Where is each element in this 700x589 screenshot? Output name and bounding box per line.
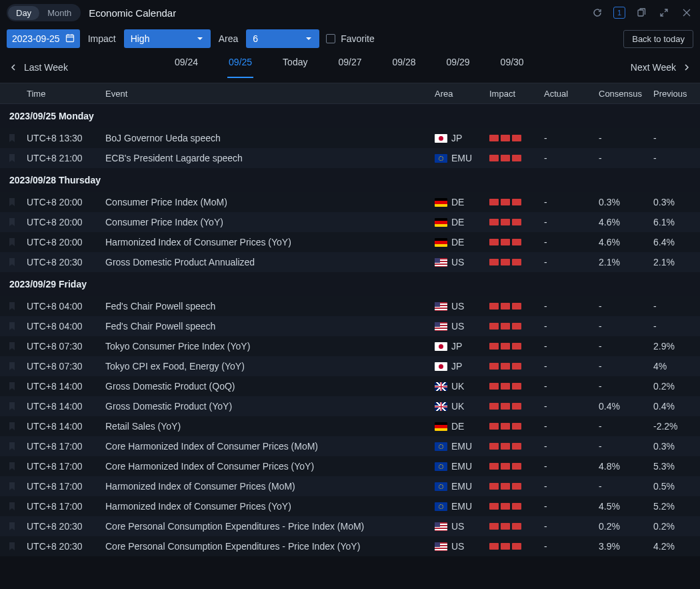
bookmark-icon[interactable] bbox=[0, 362, 24, 371]
flag-icon bbox=[435, 302, 447, 311]
bookmark-icon[interactable] bbox=[0, 257, 24, 267]
area-select[interactable]: 6 bbox=[246, 29, 319, 48]
table-row[interactable]: UTC+8 20:00Consumer Price Index (MoM)DE-… bbox=[0, 192, 700, 212]
table-row[interactable]: UTC+8 20:30Core Personal Consumption Exp… bbox=[0, 536, 700, 556]
bookmark-icon[interactable] bbox=[0, 482, 24, 491]
cell-consensus: - bbox=[599, 361, 653, 372]
day-tab[interactable]: 09/24 bbox=[173, 57, 199, 78]
cell-event: Harmonized Index of Consumer Prices (MoM… bbox=[105, 481, 435, 492]
view-day[interactable]: Day bbox=[8, 6, 39, 20]
bookmark-icon[interactable] bbox=[0, 237, 24, 247]
table-row[interactable]: UTC+8 13:30BoJ Governor Ueda speechJP--- bbox=[0, 128, 700, 148]
bookmark-icon[interactable] bbox=[0, 382, 24, 391]
table-row[interactable]: UTC+8 14:00Gross Domestic Product (YoY)U… bbox=[0, 396, 700, 416]
cell-time: UTC+8 20:00 bbox=[24, 197, 105, 207]
bookmark-icon[interactable] bbox=[0, 217, 24, 227]
flag-icon bbox=[435, 258, 447, 267]
cell-impact bbox=[489, 463, 544, 470]
duplicate-icon[interactable] bbox=[635, 6, 648, 19]
table-row[interactable]: UTC+8 21:00ECB's President Lagarde speec… bbox=[0, 148, 700, 168]
cell-area: DE bbox=[435, 217, 489, 227]
flag-icon bbox=[435, 462, 447, 471]
day-tab[interactable]: 09/29 bbox=[445, 57, 471, 78]
cell-consensus: 4.5% bbox=[599, 501, 653, 512]
table-row[interactable]: UTC+8 20:30Core Personal Consumption Exp… bbox=[0, 516, 700, 536]
next-week-button[interactable]: Next Week bbox=[631, 62, 691, 73]
last-week-button[interactable]: Last Week bbox=[9, 62, 68, 73]
flag-icon bbox=[435, 238, 447, 247]
table-row[interactable]: UTC+8 07:30Tokyo Consumer Price Index (Y… bbox=[0, 336, 700, 356]
bookmark-icon[interactable] bbox=[0, 197, 24, 207]
day-tab[interactable]: 09/28 bbox=[391, 57, 417, 78]
cell-consensus: - bbox=[599, 321, 653, 332]
bookmark-icon[interactable] bbox=[0, 542, 24, 551]
cell-previous: 0.2% bbox=[653, 381, 700, 392]
area-label: Area bbox=[217, 33, 240, 44]
cell-area: US bbox=[435, 301, 489, 312]
day-tab[interactable]: 09/27 bbox=[337, 57, 363, 78]
cell-area: US bbox=[435, 257, 489, 267]
chevron-down-icon bbox=[196, 35, 204, 43]
bookmark-icon[interactable] bbox=[0, 153, 24, 163]
cell-impact bbox=[489, 259, 544, 265]
group-header: 2023/09/28 Thursday bbox=[0, 168, 700, 192]
last-week-label: Last Week bbox=[24, 62, 68, 73]
table-row[interactable]: UTC+8 17:00Harmonized Index of Consumer … bbox=[0, 496, 700, 516]
day-tab[interactable]: Today bbox=[281, 57, 309, 78]
table-row[interactable]: UTC+8 07:30Tokyo CPI ex Food, Energy (Yo… bbox=[0, 356, 700, 376]
bookmark-icon[interactable] bbox=[0, 522, 24, 531]
col-impact: Impact bbox=[489, 89, 544, 99]
bookmark-icon[interactable] bbox=[0, 502, 24, 511]
expand-icon[interactable] bbox=[657, 6, 671, 19]
area-value: 6 bbox=[253, 33, 258, 44]
table-row[interactable]: UTC+8 04:00Fed's Chair Powell speechUS--… bbox=[0, 296, 700, 316]
cell-previous: 5.2% bbox=[653, 501, 700, 512]
impact-select[interactable]: High bbox=[124, 29, 211, 48]
bookmark-icon[interactable] bbox=[0, 422, 24, 431]
table-row[interactable]: UTC+8 14:00Retail Sales (YoY)DE---2.2% bbox=[0, 416, 700, 436]
impact-value: High bbox=[131, 33, 150, 44]
bookmark-icon[interactable] bbox=[0, 442, 24, 451]
cell-impact bbox=[489, 403, 544, 410]
bookmark-icon[interactable] bbox=[0, 302, 24, 311]
date-picker[interactable]: 2023-09-25 bbox=[7, 29, 80, 48]
cell-area: JP bbox=[435, 341, 489, 352]
close-icon[interactable] bbox=[680, 6, 693, 19]
bookmark-icon[interactable] bbox=[0, 322, 24, 331]
favorite-checkbox[interactable]: Favorite bbox=[326, 33, 375, 44]
cell-impact bbox=[489, 523, 544, 530]
table-row[interactable]: UTC+8 17:00Core Harmonized Index of Cons… bbox=[0, 456, 700, 476]
flag-icon bbox=[435, 342, 447, 351]
cell-previous: 4% bbox=[653, 361, 700, 372]
table-row[interactable]: UTC+8 20:30Gross Domestic Product Annual… bbox=[0, 252, 700, 272]
col-area: Area bbox=[435, 89, 489, 99]
bookmark-icon[interactable] bbox=[0, 462, 24, 471]
cell-impact bbox=[489, 503, 544, 510]
cell-time: UTC+8 20:30 bbox=[24, 541, 105, 552]
cell-previous: 2.9% bbox=[653, 341, 700, 352]
view-month[interactable]: Month bbox=[39, 6, 79, 20]
table-row[interactable]: UTC+8 04:00Fed's Chair Powell speechUS--… bbox=[0, 316, 700, 336]
back-to-today-button[interactable]: Back to today bbox=[623, 30, 693, 48]
table-row[interactable]: UTC+8 14:00Gross Domestic Product (QoQ)U… bbox=[0, 376, 700, 396]
cell-area: DE bbox=[435, 237, 489, 247]
table-row[interactable]: UTC+8 17:00Core Harmonized Index of Cons… bbox=[0, 436, 700, 456]
cell-actual: - bbox=[544, 217, 599, 227]
table-row[interactable]: UTC+8 20:00Consumer Price Index (YoY)DE-… bbox=[0, 212, 700, 232]
cell-time: UTC+8 17:00 bbox=[24, 481, 105, 492]
col-actual: Actual bbox=[544, 89, 599, 99]
col-event: Event bbox=[105, 89, 435, 99]
layout-badge[interactable]: 1 bbox=[613, 7, 625, 19]
table-row[interactable]: UTC+8 20:00Harmonized Index of Consumer … bbox=[0, 232, 700, 252]
cell-event: Consumer Price Index (YoY) bbox=[105, 217, 435, 227]
bookmark-icon[interactable] bbox=[0, 342, 24, 351]
table-row[interactable]: UTC+8 17:00Harmonized Index of Consumer … bbox=[0, 476, 700, 496]
day-tab[interactable]: 09/25 bbox=[227, 57, 253, 78]
chevron-right-icon bbox=[683, 63, 691, 71]
day-tab[interactable]: 09/30 bbox=[499, 57, 525, 78]
cell-time: UTC+8 04:00 bbox=[24, 301, 105, 312]
cell-consensus: - bbox=[599, 301, 653, 312]
bookmark-icon[interactable] bbox=[0, 133, 24, 143]
bookmark-icon[interactable] bbox=[0, 402, 24, 411]
refresh-icon[interactable] bbox=[591, 6, 604, 19]
